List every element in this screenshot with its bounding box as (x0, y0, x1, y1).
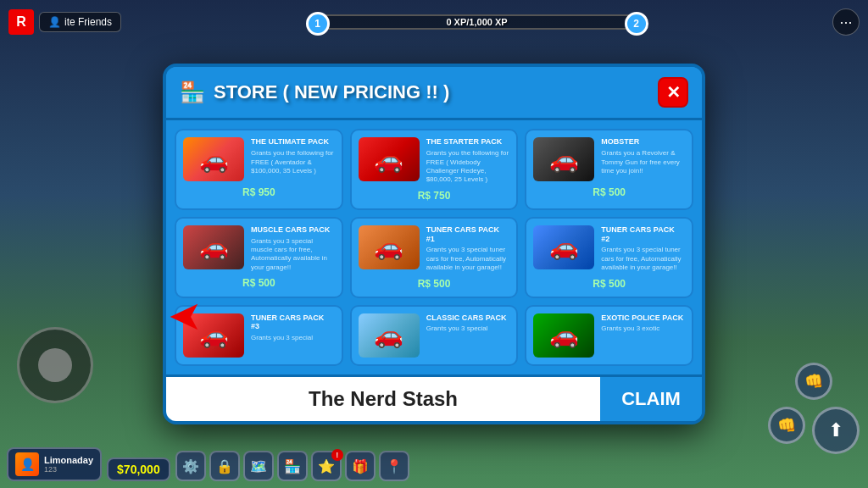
item-text: EXOTIC POLICE PACK Grants you 3 exotic (601, 313, 685, 334)
item-desc: Grants you 3 exotic (601, 324, 685, 333)
nerd-stash-text: The Nerd Stash (309, 387, 458, 411)
item-price: R$ 950 (183, 186, 335, 198)
item-desc: Grants you 3 special muscle cars for fre… (251, 237, 335, 273)
item-image: 🚗 (359, 313, 420, 358)
store-item-tuner-cars-3[interactable]: 🚗 TUNER CARS PACK #3 Grants you 3 specia… (175, 305, 343, 366)
item-text: TUNER CARS PACK #2 Grants you 3 special … (601, 225, 685, 273)
store-item-starter-pack[interactable]: 🚗 THE STARTER PACK Grants you the follow… (350, 129, 519, 209)
close-button[interactable]: ✕ (658, 77, 688, 108)
store-item-mobster[interactable]: 🚗 MOBSTER Grants you a Revolver & Tommy … (525, 129, 693, 209)
item-top: 🚗 EXOTIC POLICE PACK Grants you 3 exotic (533, 313, 685, 358)
red-arrow-icon: ➤ (170, 296, 199, 337)
item-top: 🚗 TUNER CARS PACK #2 Grants you 3 specia… (533, 225, 685, 273)
store-item-tuner-cars-2[interactable]: 🚗 TUNER CARS PACK #2 Grants you 3 specia… (525, 217, 693, 298)
item-desc: Grants you 3 special (426, 324, 510, 333)
item-image: 🚗 (359, 137, 420, 181)
item-name: CLASSIC CARS PACK (426, 313, 510, 323)
red-arrow-indicator: ➤ (170, 296, 199, 337)
item-price: R$ 500 (533, 186, 685, 198)
store-item-tuner-cars-1[interactable]: 🚗 TUNER CARS PACK #1 Grants you 3 specia… (350, 217, 519, 298)
store-item-ultimate-pack[interactable]: 🚗 THE ULTIMATE PACK Grants you the follo… (175, 129, 343, 209)
item-text: TUNER CARS PACK #3 Grants you 3 special (251, 313, 335, 343)
item-text: CLASSIC CARS PACK Grants you 3 special (426, 313, 510, 334)
item-top: 🚗 THE STARTER PACK Grants you the follow… (359, 137, 510, 184)
item-price: R$ 500 (359, 278, 510, 290)
item-name: THE STARTER PACK (426, 137, 510, 147)
item-name: EXOTIC POLICE PACK (601, 313, 685, 323)
claim-button[interactable]: CLAIM (600, 377, 702, 421)
store-header: 🏪 STORE ( NEW PRICING !! ) ✕ (166, 67, 702, 120)
item-top: 🚗 MOBSTER Grants you a Revolver & Tommy … (533, 137, 685, 181)
item-top: 🚗 THE ULTIMATE PACK Grants you the follo… (183, 137, 335, 181)
item-desc: Grants you the following for FREE ( Aven… (251, 149, 335, 175)
item-image: 🚗 (183, 225, 244, 269)
item-text: MUSCLE CARS PACK Grants you 3 special mu… (251, 225, 335, 272)
item-name: TUNER CARS PACK #3 (251, 313, 335, 332)
item-price: R$ 500 (183, 277, 335, 289)
item-desc: Grants you 3 special tuner cars for free… (601, 246, 685, 272)
item-top: 🚗 TUNER CARS PACK #3 Grants you 3 specia… (183, 313, 335, 358)
store-icon: 🏪 (180, 80, 205, 104)
store-item-classic-cars[interactable]: 🚗 CLASSIC CARS PACK Grants you 3 special (350, 305, 519, 366)
item-desc: Grants you 3 special (251, 334, 335, 342)
item-name: TUNER CARS PACK #1 (426, 225, 510, 244)
item-name: MOBSTER (601, 137, 685, 147)
item-image: 🚗 (183, 137, 244, 181)
item-text: TUNER CARS PACK #1 Grants you 3 special … (426, 225, 510, 273)
item-text: THE ULTIMATE PACK Grants you the followi… (251, 137, 335, 175)
store-item-exotic-police[interactable]: 🚗 EXOTIC POLICE PACK Grants you 3 exotic (525, 305, 693, 366)
item-image: 🚗 (533, 225, 594, 269)
item-name: THE ULTIMATE PACK (251, 137, 335, 147)
store-item-muscle-cars[interactable]: 🚗 MUSCLE CARS PACK Grants you 3 special … (175, 217, 343, 298)
item-text: MOBSTER Grants you a Revolver & Tommy Gu… (601, 137, 685, 175)
item-price: R$ 500 (533, 278, 685, 290)
store-bottom: The Nerd Stash CLAIM (166, 374, 702, 421)
item-top: 🚗 MUSCLE CARS PACK Grants you 3 special … (183, 225, 335, 272)
item-top: 🚗 TUNER CARS PACK #1 Grants you 3 specia… (359, 225, 510, 273)
item-top: 🚗 CLASSIC CARS PACK Grants you 3 special (359, 313, 510, 358)
store-modal: 🏪 STORE ( NEW PRICING !! ) ✕ 🚗 THE ULTIM… (163, 64, 705, 424)
item-image: 🚗 (359, 225, 420, 269)
store-grid: 🚗 THE ULTIMATE PACK Grants you the follo… (166, 120, 702, 374)
store-title: STORE ( NEW PRICING !! ) (214, 81, 649, 103)
item-desc: Grants you the following for FREE ( Wide… (426, 149, 510, 185)
item-name: TUNER CARS PACK #2 (601, 225, 685, 244)
item-desc: Grants you a Revolver & Tommy Gun for fr… (601, 149, 685, 175)
item-text: THE STARTER PACK Grants you the followin… (426, 137, 510, 184)
item-image: 🚗 (533, 313, 594, 358)
modal-overlay: 🏪 STORE ( NEW PRICING !! ) ✕ 🚗 THE ULTIM… (0, 0, 868, 488)
item-name: MUSCLE CARS PACK (251, 225, 335, 235)
item-price: R$ 750 (359, 190, 510, 202)
item-image: 🚗 (533, 137, 594, 181)
item-desc: Grants you 3 special tuner cars for free… (426, 246, 510, 272)
nerd-stash-area: The Nerd Stash (166, 377, 600, 421)
